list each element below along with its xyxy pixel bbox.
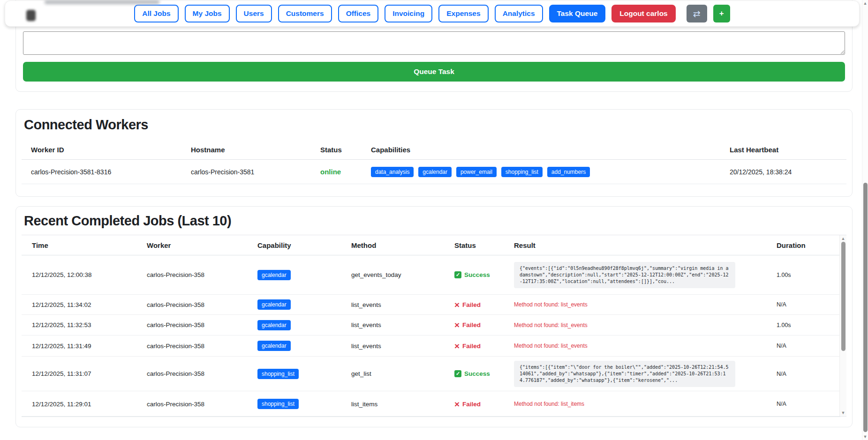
- sync-button[interactable]: ⇄: [687, 5, 707, 22]
- job-method: get_events_today: [351, 271, 454, 278]
- job-result: Method not found: list_events: [514, 343, 777, 349]
- job-duration: N/A: [777, 401, 840, 407]
- job-worker: carlos-Precision-358: [147, 370, 257, 377]
- job-status: Success: [454, 370, 514, 377]
- job-status: Failed: [454, 343, 514, 350]
- capability-badge: add_numbers: [547, 167, 590, 177]
- blurred-text: [45, 0, 159, 4]
- col-worker-id: Worker ID: [31, 146, 191, 154]
- job-time: 12/12/2025, 11:31:49: [32, 343, 147, 350]
- scroll-down-icon[interactable]: ▼: [840, 410, 846, 416]
- page-scrollbar[interactable]: ▲ ▼: [862, 0, 868, 440]
- job-capability-badge: gcalendar: [257, 270, 291, 280]
- job-duration: 1.00s: [777, 272, 840, 278]
- scroll-down-icon[interactable]: ▼: [862, 434, 868, 440]
- col-duration: Duration: [777, 241, 840, 249]
- scroll-up-icon[interactable]: ▲: [862, 0, 868, 6]
- recent-jobs-title: Recent Completed Jobs (Last 10): [24, 213, 231, 229]
- add-button[interactable]: +: [713, 5, 730, 22]
- nav-task-queue-button[interactable]: Task Queue: [549, 5, 606, 22]
- job-capability-badge: shopping_list: [257, 399, 299, 409]
- nav-offices-button[interactable]: Offices: [338, 5, 379, 22]
- success-check-icon: [454, 370, 461, 377]
- jobs-table: Time Worker Capability Method Status Res…: [22, 235, 846, 417]
- job-duration: N/A: [777, 343, 840, 349]
- job-result: {"items":[{"item":"\"door for the boiler…: [514, 361, 735, 387]
- job-capability-badge: gcalendar: [257, 341, 291, 351]
- job-capability-badge: shopping_list: [257, 369, 299, 379]
- job-status: Failed: [454, 401, 514, 408]
- job-status: Failed: [454, 321, 514, 328]
- worker-id: carlos-Precision-3581-8316: [31, 168, 191, 176]
- col-capability: Capability: [257, 241, 351, 249]
- nav-analytics-button[interactable]: Analytics: [495, 5, 543, 22]
- col-hostname: Hostname: [191, 146, 320, 154]
- col-last-heartbeat: Last Heartbeat: [730, 146, 846, 154]
- nav-expenses-button[interactable]: Expenses: [438, 5, 488, 22]
- task-description-input[interactable]: [23, 31, 845, 55]
- job-method: list_events: [351, 321, 454, 328]
- capability-badge: shopping_list: [501, 167, 543, 177]
- blurred-thumbnail: [26, 10, 36, 21]
- nav-my-jobs-button[interactable]: My Jobs: [185, 5, 230, 22]
- logout-button[interactable]: Logout carlos: [611, 5, 675, 22]
- job-method: get_list: [351, 370, 454, 377]
- worker-hostname: carlos-Precision-3581: [191, 168, 320, 176]
- job-capability-badge: gcalendar: [257, 320, 291, 330]
- col-time: Time: [32, 241, 147, 249]
- connected-workers-card: Connected Workers Worker ID Hostname Sta…: [15, 109, 853, 197]
- failed-cross-icon: [454, 301, 460, 308]
- job-row: 12/12/2025, 11:32:53 carlos-Precision-35…: [22, 315, 840, 336]
- scrollbar-thumb[interactable]: [841, 242, 845, 351]
- jobs-table-scrollbar[interactable]: ▲ ▼: [839, 235, 846, 416]
- failed-cross-icon: [454, 401, 460, 408]
- capability-badge: power_email: [456, 167, 497, 177]
- job-time: 12/12/2025, 12:00:38: [32, 271, 147, 278]
- workers-table-header: Worker ID Hostname Status Capabilities L…: [22, 140, 846, 160]
- col-status: Status: [320, 146, 371, 154]
- scroll-up-icon[interactable]: ▲: [840, 236, 846, 241]
- nav-invoicing-button[interactable]: Invoicing: [385, 5, 432, 22]
- success-check-icon: [454, 271, 461, 278]
- col-capabilities: Capabilities: [371, 146, 730, 154]
- job-worker: carlos-Precision-358: [147, 401, 257, 408]
- job-method: list_events: [351, 301, 454, 308]
- job-result: Method not found: list_events: [514, 301, 777, 308]
- worker-row: carlos-Precision-3581-8316 carlos-Precis…: [22, 160, 846, 184]
- job-duration: 1.00s: [777, 322, 840, 328]
- capability-badge: gcalendar: [418, 167, 452, 177]
- failed-cross-icon: [454, 321, 460, 328]
- job-result: Method not found: list_items: [514, 401, 777, 407]
- job-worker: carlos-Precision-358: [147, 301, 257, 308]
- job-time: 12/12/2025, 11:31:07: [32, 370, 147, 377]
- job-worker: carlos-Precision-358: [147, 343, 257, 350]
- scrollbar-thumb[interactable]: [863, 183, 868, 432]
- job-row: 12/12/2025, 11:31:07 carlos-Precision-35…: [22, 357, 840, 391]
- col-method: Method: [351, 241, 454, 249]
- job-duration: N/A: [777, 371, 840, 377]
- worker-last-heartbeat: 20/12/2025, 18:38:24: [730, 168, 846, 176]
- col-status: Status: [454, 241, 514, 249]
- job-row: 12/12/2025, 11:31:49 carlos-Precision-35…: [22, 336, 840, 357]
- connected-workers-title: Connected Workers: [24, 117, 148, 133]
- plus-icon: +: [719, 9, 724, 18]
- queue-task-button[interactable]: Queue Task: [23, 62, 845, 82]
- job-method: list_items: [351, 401, 454, 408]
- job-row: 12/12/2025, 11:34:02 carlos-Precision-35…: [22, 295, 840, 315]
- job-worker: carlos-Precision-358: [147, 321, 257, 328]
- job-result: {"events":[{"id":"0l5n9eadheu890f28f8plm…: [514, 262, 735, 288]
- recent-jobs-card: Recent Completed Jobs (Last 10) Time Wor…: [15, 206, 853, 427]
- col-result: Result: [514, 241, 777, 249]
- sync-icon: ⇄: [693, 8, 701, 19]
- job-worker: carlos-Precision-358: [147, 271, 257, 278]
- job-row: 12/12/2025, 11:29:01 carlos-Precision-35…: [22, 391, 840, 417]
- job-method: list_events: [351, 343, 454, 350]
- top-navbar: All Jobs My Jobs Users Customers Offices…: [5, 0, 860, 27]
- job-row: 12/12/2025, 12:00:38 carlos-Precision-35…: [22, 255, 840, 295]
- job-time: 12/12/2025, 11:29:01: [32, 401, 147, 408]
- nav-customers-button[interactable]: Customers: [278, 5, 332, 22]
- job-time: 12/12/2025, 11:32:53: [32, 321, 147, 328]
- nav-users-button[interactable]: Users: [236, 5, 272, 22]
- worker-capabilities: data_analysis gcalendar power_email shop…: [371, 167, 730, 177]
- nav-all-jobs-button[interactable]: All Jobs: [134, 5, 178, 22]
